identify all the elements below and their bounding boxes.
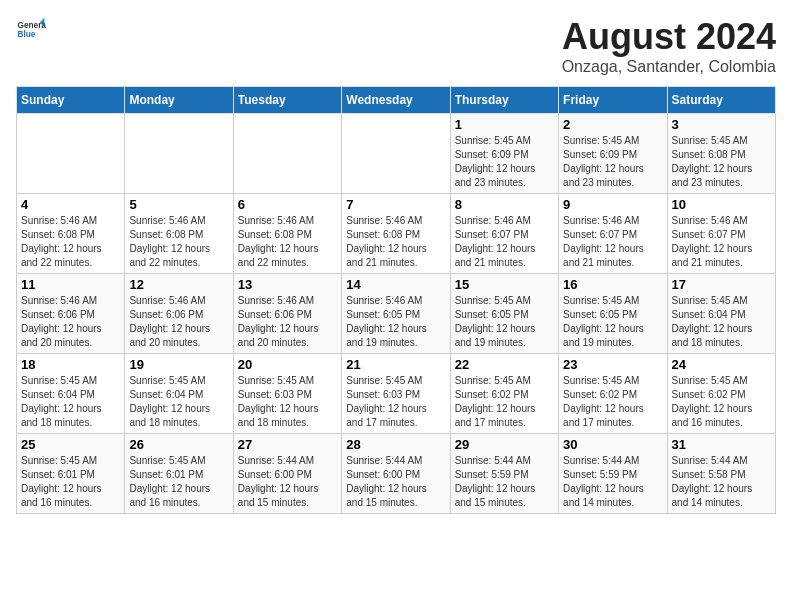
calendar-cell: 23Sunrise: 5:45 AM Sunset: 6:02 PM Dayli… [559,354,667,434]
logo-icon: General Blue [16,16,46,46]
day-info: Sunrise: 5:44 AM Sunset: 5:59 PM Dayligh… [455,454,554,510]
day-number: 9 [563,197,662,212]
calendar-cell: 4Sunrise: 5:46 AM Sunset: 6:08 PM Daylig… [17,194,125,274]
day-number: 11 [21,277,120,292]
day-info: Sunrise: 5:44 AM Sunset: 6:00 PM Dayligh… [238,454,337,510]
day-info: Sunrise: 5:45 AM Sunset: 6:05 PM Dayligh… [563,294,662,350]
calendar-cell: 11Sunrise: 5:46 AM Sunset: 6:06 PM Dayli… [17,274,125,354]
day-number: 12 [129,277,228,292]
calendar-week-row: 18Sunrise: 5:45 AM Sunset: 6:04 PM Dayli… [17,354,776,434]
day-info: Sunrise: 5:45 AM Sunset: 6:04 PM Dayligh… [129,374,228,430]
calendar-cell: 22Sunrise: 5:45 AM Sunset: 6:02 PM Dayli… [450,354,558,434]
calendar-week-row: 25Sunrise: 5:45 AM Sunset: 6:01 PM Dayli… [17,434,776,514]
calendar-cell: 19Sunrise: 5:45 AM Sunset: 6:04 PM Dayli… [125,354,233,434]
calendar-header-tuesday: Tuesday [233,87,341,114]
day-info: Sunrise: 5:45 AM Sunset: 6:09 PM Dayligh… [455,134,554,190]
calendar-cell: 1Sunrise: 5:45 AM Sunset: 6:09 PM Daylig… [450,114,558,194]
day-info: Sunrise: 5:46 AM Sunset: 6:06 PM Dayligh… [129,294,228,350]
calendar-cell: 18Sunrise: 5:45 AM Sunset: 6:04 PM Dayli… [17,354,125,434]
calendar-cell: 26Sunrise: 5:45 AM Sunset: 6:01 PM Dayli… [125,434,233,514]
calendar-cell: 8Sunrise: 5:46 AM Sunset: 6:07 PM Daylig… [450,194,558,274]
day-number: 31 [672,437,771,452]
day-number: 24 [672,357,771,372]
calendar-cell: 28Sunrise: 5:44 AM Sunset: 6:00 PM Dayli… [342,434,450,514]
calendar-cell: 21Sunrise: 5:45 AM Sunset: 6:03 PM Dayli… [342,354,450,434]
day-number: 6 [238,197,337,212]
sub-title: Onzaga, Santander, Colombia [562,58,776,76]
calendar-cell: 9Sunrise: 5:46 AM Sunset: 6:07 PM Daylig… [559,194,667,274]
day-info: Sunrise: 5:46 AM Sunset: 6:08 PM Dayligh… [346,214,445,270]
svg-text:Blue: Blue [18,30,36,39]
day-info: Sunrise: 5:45 AM Sunset: 6:02 PM Dayligh… [563,374,662,430]
day-number: 30 [563,437,662,452]
calendar-header-monday: Monday [125,87,233,114]
day-info: Sunrise: 5:46 AM Sunset: 6:08 PM Dayligh… [21,214,120,270]
calendar-cell: 30Sunrise: 5:44 AM Sunset: 5:59 PM Dayli… [559,434,667,514]
logo: General Blue [16,16,46,46]
calendar-cell: 3Sunrise: 5:45 AM Sunset: 6:08 PM Daylig… [667,114,775,194]
day-number: 23 [563,357,662,372]
day-info: Sunrise: 5:45 AM Sunset: 6:03 PM Dayligh… [238,374,337,430]
day-number: 3 [672,117,771,132]
day-info: Sunrise: 5:45 AM Sunset: 6:02 PM Dayligh… [672,374,771,430]
day-info: Sunrise: 5:46 AM Sunset: 6:07 PM Dayligh… [563,214,662,270]
day-number: 5 [129,197,228,212]
day-number: 18 [21,357,120,372]
calendar-header-row: SundayMondayTuesdayWednesdayThursdayFrid… [17,87,776,114]
day-number: 2 [563,117,662,132]
day-number: 27 [238,437,337,452]
day-info: Sunrise: 5:46 AM Sunset: 6:07 PM Dayligh… [672,214,771,270]
calendar-header-saturday: Saturday [667,87,775,114]
day-number: 22 [455,357,554,372]
calendar-cell [125,114,233,194]
title-area: August 2024 Onzaga, Santander, Colombia [562,16,776,76]
day-info: Sunrise: 5:45 AM Sunset: 6:04 PM Dayligh… [672,294,771,350]
day-number: 28 [346,437,445,452]
calendar-cell: 20Sunrise: 5:45 AM Sunset: 6:03 PM Dayli… [233,354,341,434]
day-info: Sunrise: 5:45 AM Sunset: 6:01 PM Dayligh… [21,454,120,510]
calendar-cell: 16Sunrise: 5:45 AM Sunset: 6:05 PM Dayli… [559,274,667,354]
calendar-cell: 2Sunrise: 5:45 AM Sunset: 6:09 PM Daylig… [559,114,667,194]
day-info: Sunrise: 5:46 AM Sunset: 6:05 PM Dayligh… [346,294,445,350]
day-number: 8 [455,197,554,212]
day-info: Sunrise: 5:45 AM Sunset: 6:08 PM Dayligh… [672,134,771,190]
calendar-cell: 12Sunrise: 5:46 AM Sunset: 6:06 PM Dayli… [125,274,233,354]
main-title: August 2024 [562,16,776,58]
day-number: 1 [455,117,554,132]
day-info: Sunrise: 5:45 AM Sunset: 6:05 PM Dayligh… [455,294,554,350]
calendar-cell: 29Sunrise: 5:44 AM Sunset: 5:59 PM Dayli… [450,434,558,514]
day-number: 4 [21,197,120,212]
day-number: 14 [346,277,445,292]
day-info: Sunrise: 5:46 AM Sunset: 6:08 PM Dayligh… [238,214,337,270]
day-info: Sunrise: 5:45 AM Sunset: 6:01 PM Dayligh… [129,454,228,510]
day-info: Sunrise: 5:44 AM Sunset: 5:59 PM Dayligh… [563,454,662,510]
calendar-cell: 27Sunrise: 5:44 AM Sunset: 6:00 PM Dayli… [233,434,341,514]
calendar-cell: 6Sunrise: 5:46 AM Sunset: 6:08 PM Daylig… [233,194,341,274]
calendar-cell: 5Sunrise: 5:46 AM Sunset: 6:08 PM Daylig… [125,194,233,274]
day-number: 10 [672,197,771,212]
day-info: Sunrise: 5:45 AM Sunset: 6:03 PM Dayligh… [346,374,445,430]
day-info: Sunrise: 5:46 AM Sunset: 6:08 PM Dayligh… [129,214,228,270]
calendar-cell: 14Sunrise: 5:46 AM Sunset: 6:05 PM Dayli… [342,274,450,354]
header: General Blue August 2024 Onzaga, Santand… [16,16,776,76]
calendar-cell: 10Sunrise: 5:46 AM Sunset: 6:07 PM Dayli… [667,194,775,274]
calendar-header-friday: Friday [559,87,667,114]
calendar-cell: 24Sunrise: 5:45 AM Sunset: 6:02 PM Dayli… [667,354,775,434]
calendar-header-wednesday: Wednesday [342,87,450,114]
day-number: 17 [672,277,771,292]
day-info: Sunrise: 5:46 AM Sunset: 6:06 PM Dayligh… [21,294,120,350]
day-info: Sunrise: 5:44 AM Sunset: 5:58 PM Dayligh… [672,454,771,510]
calendar-cell [342,114,450,194]
calendar-header-sunday: Sunday [17,87,125,114]
day-number: 7 [346,197,445,212]
calendar-cell: 7Sunrise: 5:46 AM Sunset: 6:08 PM Daylig… [342,194,450,274]
calendar-week-row: 11Sunrise: 5:46 AM Sunset: 6:06 PM Dayli… [17,274,776,354]
calendar-cell: 15Sunrise: 5:45 AM Sunset: 6:05 PM Dayli… [450,274,558,354]
day-info: Sunrise: 5:45 AM Sunset: 6:04 PM Dayligh… [21,374,120,430]
calendar-week-row: 1Sunrise: 5:45 AM Sunset: 6:09 PM Daylig… [17,114,776,194]
day-number: 15 [455,277,554,292]
day-number: 19 [129,357,228,372]
calendar-cell [17,114,125,194]
calendar-table: SundayMondayTuesdayWednesdayThursdayFrid… [16,86,776,514]
day-info: Sunrise: 5:46 AM Sunset: 6:06 PM Dayligh… [238,294,337,350]
